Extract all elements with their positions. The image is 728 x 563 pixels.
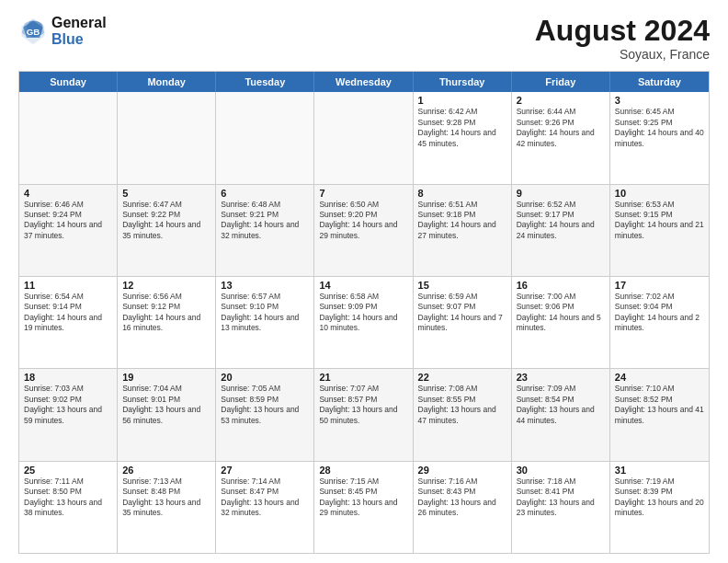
cell-info: Sunrise: 6:54 AM Sunset: 9:14 PM Dayligh… — [24, 292, 112, 334]
calendar-row: 25Sunrise: 7:11 AM Sunset: 8:50 PM Dayli… — [19, 461, 709, 553]
calendar-cell: 12Sunrise: 6:56 AM Sunset: 9:12 PM Dayli… — [118, 277, 216, 368]
day-number: 18 — [24, 372, 112, 383]
day-number: 21 — [319, 372, 407, 383]
day-number: 20 — [221, 372, 309, 383]
cell-info: Sunrise: 7:19 AM Sunset: 8:39 PM Dayligh… — [615, 477, 704, 519]
calendar-cell: 5Sunrise: 6:47 AM Sunset: 9:22 PM Daylig… — [118, 185, 216, 276]
cell-info: Sunrise: 6:56 AM Sunset: 9:12 PM Dayligh… — [122, 292, 210, 334]
calendar-cell: 22Sunrise: 7:08 AM Sunset: 8:55 PM Dayli… — [414, 369, 512, 460]
calendar-cell: 19Sunrise: 7:04 AM Sunset: 9:01 PM Dayli… — [118, 369, 216, 460]
cell-info: Sunrise: 7:00 AM Sunset: 9:06 PM Dayligh… — [517, 292, 605, 334]
cell-info: Sunrise: 6:44 AM Sunset: 9:26 PM Dayligh… — [517, 107, 605, 149]
calendar-cell — [19, 92, 118, 183]
day-number: 12 — [122, 280, 210, 291]
logo-line2: Blue — [51, 31, 107, 48]
weekday-header: Thursday — [414, 72, 512, 92]
day-number: 31 — [615, 465, 704, 476]
cell-info: Sunrise: 7:18 AM Sunset: 8:41 PM Dayligh… — [517, 477, 605, 519]
calendar: SundayMondayTuesdayWednesdayThursdayFrid… — [18, 71, 710, 554]
day-number: 29 — [418, 465, 506, 476]
cell-info: Sunrise: 6:52 AM Sunset: 9:17 PM Dayligh… — [517, 200, 605, 242]
weekday-header: Saturday — [610, 72, 709, 92]
day-number: 30 — [517, 465, 605, 476]
day-number: 17 — [615, 280, 704, 291]
cell-info: Sunrise: 7:08 AM Sunset: 8:55 PM Dayligh… — [418, 384, 506, 426]
location: Soyaux, France — [535, 47, 710, 62]
day-number: 1 — [418, 95, 506, 106]
weekday-header: Friday — [512, 72, 610, 92]
weekday-header: Tuesday — [216, 72, 314, 92]
cell-info: Sunrise: 7:14 AM Sunset: 8:47 PM Dayligh… — [221, 477, 309, 519]
day-number: 24 — [615, 372, 704, 383]
calendar-row: 11Sunrise: 6:54 AM Sunset: 9:14 PM Dayli… — [19, 276, 709, 368]
day-number: 11 — [24, 280, 112, 291]
cell-info: Sunrise: 7:13 AM Sunset: 8:48 PM Dayligh… — [122, 477, 210, 519]
cell-info: Sunrise: 6:50 AM Sunset: 9:20 PM Dayligh… — [319, 200, 407, 242]
logo: GB General Blue — [18, 15, 107, 47]
day-number: 9 — [517, 188, 605, 199]
calendar-cell: 3Sunrise: 6:45 AM Sunset: 9:25 PM Daylig… — [610, 92, 709, 183]
calendar-cell: 16Sunrise: 7:00 AM Sunset: 9:06 PM Dayli… — [512, 277, 610, 368]
calendar-cell: 20Sunrise: 7:05 AM Sunset: 8:59 PM Dayli… — [216, 369, 314, 460]
cell-info: Sunrise: 6:53 AM Sunset: 9:15 PM Dayligh… — [615, 200, 704, 242]
cell-info: Sunrise: 7:15 AM Sunset: 8:45 PM Dayligh… — [319, 477, 407, 519]
cell-info: Sunrise: 6:42 AM Sunset: 9:28 PM Dayligh… — [418, 107, 506, 149]
calendar-cell — [118, 92, 216, 183]
calendar-cell: 26Sunrise: 7:13 AM Sunset: 8:48 PM Dayli… — [118, 462, 216, 553]
cell-info: Sunrise: 6:51 AM Sunset: 9:18 PM Dayligh… — [418, 200, 506, 242]
calendar-cell — [314, 92, 413, 183]
cell-info: Sunrise: 6:47 AM Sunset: 9:22 PM Dayligh… — [122, 200, 210, 242]
calendar-cell: 8Sunrise: 6:51 AM Sunset: 9:18 PM Daylig… — [414, 185, 512, 276]
weekday-header: Monday — [118, 72, 216, 92]
page: GB General Blue August 2024 Soyaux, Fran… — [0, 0, 728, 563]
calendar-row: 4Sunrise: 6:46 AM Sunset: 9:24 PM Daylig… — [19, 184, 709, 276]
calendar-cell: 31Sunrise: 7:19 AM Sunset: 8:39 PM Dayli… — [610, 462, 709, 553]
weekday-header: Sunday — [19, 72, 118, 92]
calendar-cell: 15Sunrise: 6:59 AM Sunset: 9:07 PM Dayli… — [414, 277, 512, 368]
calendar-cell: 17Sunrise: 7:02 AM Sunset: 9:04 PM Dayli… — [610, 277, 709, 368]
day-number: 14 — [319, 280, 407, 291]
day-number: 27 — [221, 465, 309, 476]
cell-info: Sunrise: 6:48 AM Sunset: 9:21 PM Dayligh… — [221, 200, 309, 242]
day-number: 13 — [221, 280, 309, 291]
calendar-cell: 29Sunrise: 7:16 AM Sunset: 8:43 PM Dayli… — [414, 462, 512, 553]
month-year: August 2024 — [535, 15, 710, 47]
calendar-cell: 18Sunrise: 7:03 AM Sunset: 9:02 PM Dayli… — [19, 369, 118, 460]
calendar-header: SundayMondayTuesdayWednesdayThursdayFrid… — [19, 72, 709, 92]
calendar-cell: 28Sunrise: 7:15 AM Sunset: 8:45 PM Dayli… — [314, 462, 413, 553]
day-number: 28 — [319, 465, 407, 476]
calendar-cell: 2Sunrise: 6:44 AM Sunset: 9:26 PM Daylig… — [512, 92, 610, 183]
calendar-cell: 27Sunrise: 7:14 AM Sunset: 8:47 PM Dayli… — [216, 462, 314, 553]
calendar-cell: 14Sunrise: 6:58 AM Sunset: 9:09 PM Dayli… — [314, 277, 413, 368]
calendar-cell: 25Sunrise: 7:11 AM Sunset: 8:50 PM Dayli… — [19, 462, 118, 553]
calendar-cell: 23Sunrise: 7:09 AM Sunset: 8:54 PM Dayli… — [512, 369, 610, 460]
calendar-cell: 11Sunrise: 6:54 AM Sunset: 9:14 PM Dayli… — [19, 277, 118, 368]
cell-info: Sunrise: 7:16 AM Sunset: 8:43 PM Dayligh… — [418, 477, 506, 519]
cell-info: Sunrise: 7:02 AM Sunset: 9:04 PM Dayligh… — [615, 292, 704, 334]
day-number: 5 — [122, 188, 210, 199]
cell-info: Sunrise: 6:46 AM Sunset: 9:24 PM Dayligh… — [24, 200, 112, 242]
day-number: 3 — [615, 95, 704, 106]
cell-info: Sunrise: 7:09 AM Sunset: 8:54 PM Dayligh… — [517, 384, 605, 426]
calendar-row: 18Sunrise: 7:03 AM Sunset: 9:02 PM Dayli… — [19, 368, 709, 460]
cell-info: Sunrise: 6:45 AM Sunset: 9:25 PM Dayligh… — [615, 107, 704, 149]
day-number: 6 — [221, 188, 309, 199]
calendar-cell: 7Sunrise: 6:50 AM Sunset: 9:20 PM Daylig… — [314, 185, 413, 276]
day-number: 2 — [517, 95, 605, 106]
cell-info: Sunrise: 7:05 AM Sunset: 8:59 PM Dayligh… — [221, 384, 309, 426]
calendar-cell: 4Sunrise: 6:46 AM Sunset: 9:24 PM Daylig… — [19, 185, 118, 276]
day-number: 8 — [418, 188, 506, 199]
cell-info: Sunrise: 7:10 AM Sunset: 8:52 PM Dayligh… — [615, 384, 704, 426]
day-number: 10 — [615, 188, 704, 199]
calendar-cell: 10Sunrise: 6:53 AM Sunset: 9:15 PM Dayli… — [610, 185, 709, 276]
calendar-row: 1Sunrise: 6:42 AM Sunset: 9:28 PM Daylig… — [19, 92, 709, 183]
calendar-cell: 24Sunrise: 7:10 AM Sunset: 8:52 PM Dayli… — [610, 369, 709, 460]
cell-info: Sunrise: 7:07 AM Sunset: 8:57 PM Dayligh… — [319, 384, 407, 426]
calendar-cell — [216, 92, 314, 183]
calendar-cell: 9Sunrise: 6:52 AM Sunset: 9:17 PM Daylig… — [512, 185, 610, 276]
svg-text:GB: GB — [27, 26, 40, 36]
day-number: 4 — [24, 188, 112, 199]
day-number: 26 — [122, 465, 210, 476]
day-number: 22 — [418, 372, 506, 383]
header: GB General Blue August 2024 Soyaux, Fran… — [18, 15, 710, 62]
